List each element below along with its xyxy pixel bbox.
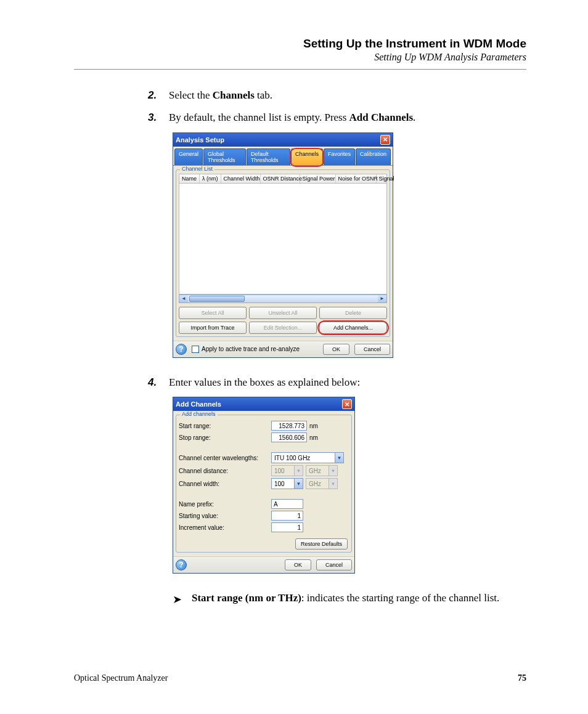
add-channels-button[interactable]: Add Channels... xyxy=(319,322,387,334)
footer-product: Optical Spectrum Analyzer xyxy=(74,673,168,683)
import-from-trace-button[interactable]: Import from Trace xyxy=(179,322,247,334)
unit-nm: nm xyxy=(309,434,318,441)
button-row-2: Import from Trace Edit Selection... Add … xyxy=(179,322,387,334)
col-name[interactable]: Name xyxy=(179,174,200,183)
increment-value-row: Increment value: xyxy=(179,522,349,532)
chevron-down-icon[interactable]: ▼ xyxy=(335,453,343,463)
stop-range-row: Stop range: nm xyxy=(179,432,349,442)
step-text: Enter values in the boxes as explained b… xyxy=(169,375,360,390)
channel-width-combo[interactable]: 100 ▼ xyxy=(271,478,303,489)
channel-distance-label: Channel distance: xyxy=(179,468,271,474)
help-icon[interactable]: ? xyxy=(176,559,187,570)
help-icon[interactable]: ? xyxy=(176,344,187,355)
tab-general[interactable]: General xyxy=(174,148,203,165)
bullet-arrow-icon: ➤ xyxy=(173,592,182,607)
stop-range-input[interactable] xyxy=(271,432,307,442)
center-wavelengths-combo[interactable]: ITU 100 GHz ▼ xyxy=(271,452,344,463)
starting-value-input[interactable] xyxy=(271,511,303,521)
col-signal[interactable]: Signal xyxy=(377,174,397,183)
col-lambda[interactable]: λ (nm) xyxy=(200,174,221,183)
name-prefix-row: Name prefix: xyxy=(179,499,349,509)
combo-text: GHz xyxy=(306,480,329,488)
center-wavelengths-label: Channel center wavelengths: xyxy=(179,455,271,461)
select-all-button[interactable]: Select All xyxy=(179,307,247,319)
scroll-right-icon[interactable]: ► xyxy=(378,295,386,302)
step-text-bold: Add Channels xyxy=(349,112,413,123)
apply-checkbox-row[interactable]: Apply to active trace and re-analyze xyxy=(192,346,300,353)
bullet-bold: Start range (nm or THz) xyxy=(192,592,301,604)
step-text-pre: Select the xyxy=(169,89,213,101)
table-body[interactable] xyxy=(179,184,387,294)
col-channel-width[interactable]: Channel Width xyxy=(221,174,261,183)
step-text-bold: Channels xyxy=(213,89,255,101)
add-channels-dialog: Add Channels ✕ Add channels Start range:… xyxy=(173,397,355,574)
dialog-bottom-bar: ? Apply to active trace and re-analyze O… xyxy=(173,341,393,357)
dialog-bottom-bar: ? OK Cancel xyxy=(173,556,354,573)
dialog-title: Add Channels xyxy=(176,400,221,408)
starting-value-row: Starting value: xyxy=(179,511,349,521)
add-channels-group: Add channels Start range: nm Stop range:… xyxy=(176,415,352,553)
combo-text: 100 xyxy=(272,480,294,488)
horizontal-scrollbar[interactable]: ◄ ► xyxy=(179,294,387,303)
channel-distance-combo: 100 ▼ xyxy=(271,465,303,476)
cancel-button[interactable]: Cancel xyxy=(354,344,390,355)
step-number: 3. xyxy=(148,110,169,125)
header-rule xyxy=(74,69,526,70)
bullet-rest: : indicates the starting range of the ch… xyxy=(301,592,499,604)
step-4: 4. Enter values in the boxes as explaine… xyxy=(148,375,526,390)
starting-value-label: Starting value: xyxy=(179,513,271,519)
channel-width-unit-combo: GHz ▼ xyxy=(306,478,338,489)
close-icon[interactable]: ✕ xyxy=(380,135,390,145)
footer-page-number: 75 xyxy=(518,673,526,683)
dialog-titlebar[interactable]: Add Channels ✕ xyxy=(173,397,354,411)
ok-button[interactable]: OK xyxy=(285,559,311,570)
step-text-post: tab. xyxy=(255,89,272,101)
start-range-row: Start range: nm xyxy=(179,421,349,431)
page-header: Setting Up the Instrument in WDM Mode Se… xyxy=(74,37,526,63)
tab-global-thresholds[interactable]: Global Thresholds xyxy=(203,148,246,165)
name-prefix-input[interactable] xyxy=(271,499,303,509)
chevron-down-icon[interactable]: ▼ xyxy=(294,479,303,489)
start-range-label: Start range: xyxy=(179,423,271,429)
delete-button[interactable]: Delete xyxy=(319,307,387,319)
group-title: Channel List xyxy=(180,166,214,172)
tab-row: General Global Thresholds Default Thresh… xyxy=(173,147,393,166)
combo-text: 100 xyxy=(272,467,294,475)
start-range-input[interactable] xyxy=(271,421,307,431)
restore-defaults-button[interactable]: Restore Defaults xyxy=(295,538,348,550)
dialog-titlebar[interactable]: Analysis Setup ✕ xyxy=(173,133,393,147)
scroll-thumb[interactable] xyxy=(189,296,245,302)
add-channels-label: Add Channels... xyxy=(333,325,373,331)
close-icon[interactable]: ✕ xyxy=(342,399,352,409)
step-text: Select the Channels tab. xyxy=(169,88,272,103)
cancel-button[interactable]: Cancel xyxy=(316,559,352,570)
scroll-left-icon[interactable]: ◄ xyxy=(179,295,188,302)
channel-distance-row: Channel distance: 100 ▼ GHz ▼ xyxy=(179,465,349,476)
scroll-track[interactable] xyxy=(245,295,378,302)
page-footer: Optical Spectrum Analyzer 75 xyxy=(74,673,526,683)
step-number: 2. xyxy=(148,88,169,103)
channel-list-group: Channel List Name λ (nm) Channel Width O… xyxy=(176,169,390,337)
step-text-pre: By default, the channel list is empty. P… xyxy=(169,112,349,123)
ok-button[interactable]: OK xyxy=(323,344,349,355)
col-signal-power[interactable]: Signal Power xyxy=(300,174,336,183)
combo-text: ITU 100 GHz xyxy=(272,454,335,462)
apply-checkbox[interactable] xyxy=(192,346,199,353)
header-title: Setting Up the Instrument in WDM Mode xyxy=(74,37,526,51)
tab-default-thresholds[interactable]: Default Thresholds xyxy=(247,148,290,165)
table-header: Name λ (nm) Channel Width OSNR Distance … xyxy=(179,174,387,184)
tab-favorites[interactable]: Favorites xyxy=(324,148,355,165)
group-title: Add channels xyxy=(180,411,218,417)
col-osnr-distance[interactable]: OSNR Distance xyxy=(261,174,300,183)
col-noise-osnr[interactable]: Noise for OSNR xyxy=(336,174,377,183)
tab-calibration[interactable]: Calibration xyxy=(356,148,391,165)
unit-nm: nm xyxy=(309,423,318,429)
chevron-down-icon: ▼ xyxy=(329,479,337,489)
bullet-start-range: ➤ Start range (nm or THz): indicates the… xyxy=(173,591,526,607)
edit-selection-button[interactable]: Edit Selection... xyxy=(249,322,317,334)
unselect-all-button[interactable]: Unselect All xyxy=(249,307,317,319)
increment-value-input[interactable] xyxy=(271,522,303,532)
add-channels-screenshot: Add Channels ✕ Add channels Start range:… xyxy=(173,397,526,574)
tab-channels[interactable]: Channels xyxy=(291,148,323,165)
button-row-1: Select All Unselect All Delete xyxy=(179,307,387,319)
